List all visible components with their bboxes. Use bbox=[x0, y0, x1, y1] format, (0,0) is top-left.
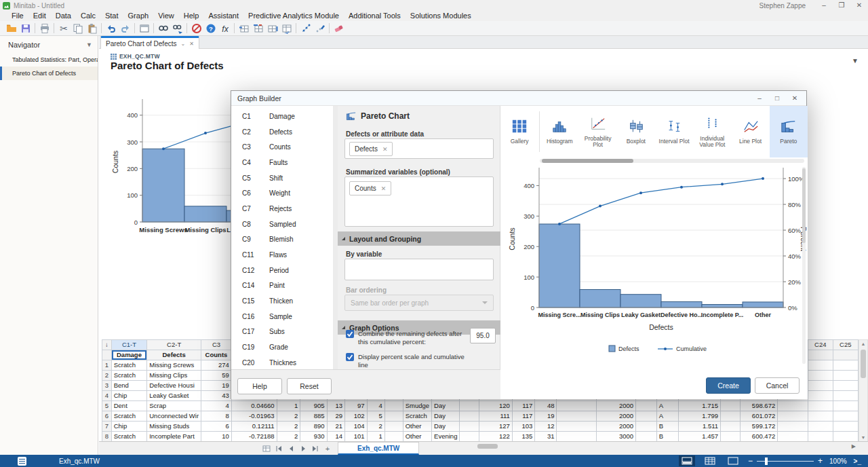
column-header-cell[interactable] bbox=[808, 350, 833, 360]
undo-icon[interactable] bbox=[104, 22, 118, 35]
add-sheet-icon[interactable]: + bbox=[321, 443, 334, 454]
table-cell[interactable]: Other bbox=[403, 432, 431, 442]
table-cell[interactable] bbox=[557, 401, 596, 411]
table-cell[interactable]: 2000 bbox=[596, 422, 635, 432]
table-cell[interactable]: Dent bbox=[111, 401, 147, 411]
table-cell[interactable] bbox=[557, 422, 596, 432]
column-item-c3[interactable]: C3Counts bbox=[231, 139, 333, 155]
table-cell[interactable]: 117 bbox=[512, 411, 534, 422]
open-icon[interactable] bbox=[4, 22, 18, 35]
table-cell[interactable]: -0.01963 bbox=[231, 411, 277, 422]
column-item-c2[interactable]: C2Defects bbox=[231, 124, 333, 140]
chip-remove-icon[interactable]: ✕ bbox=[381, 185, 387, 192]
insert-rows-icon[interactable] bbox=[251, 22, 265, 35]
table-cell[interactable]: 19 bbox=[201, 381, 232, 391]
zoom-out-icon[interactable]: − bbox=[748, 456, 753, 466]
column-header-cell[interactable]: Counts bbox=[201, 350, 232, 360]
column-item-c1[interactable]: C1Damage bbox=[231, 109, 333, 124]
table-cell[interactable]: 601.072 bbox=[740, 411, 777, 422]
close-button[interactable]: ✕ bbox=[850, 1, 868, 10]
gallery-item-pareto[interactable]: Pareto bbox=[770, 106, 808, 157]
table-cell[interactable] bbox=[384, 401, 403, 411]
table-cell[interactable] bbox=[833, 422, 858, 432]
column-header-cell[interactable]: C1-T bbox=[111, 340, 147, 350]
table-cell[interactable]: 1 bbox=[367, 432, 384, 442]
column-header-cell[interactable]: Damage bbox=[111, 350, 147, 360]
table-cell[interactable] bbox=[636, 432, 657, 442]
column-header-cell[interactable]: C25 bbox=[833, 340, 858, 350]
worksheet-vertical-scrollbar[interactable]: ▲ ▼ bbox=[859, 339, 868, 443]
table-cell[interactable] bbox=[460, 411, 479, 422]
brush-points-icon[interactable] bbox=[313, 22, 327, 35]
table-cell[interactable]: Smudge bbox=[403, 401, 431, 411]
stop-icon[interactable] bbox=[189, 22, 203, 35]
table-cell[interactable]: 4 bbox=[367, 401, 384, 411]
table-cell[interactable] bbox=[833, 381, 858, 391]
menu-solutions-modules[interactable]: Solutions Modules bbox=[406, 11, 476, 21]
table-cell[interactable]: 97 bbox=[345, 401, 367, 411]
table-cell[interactable]: 4 bbox=[201, 401, 232, 411]
row-number[interactable]: 7 bbox=[102, 422, 112, 432]
table-cell[interactable]: 1.799 bbox=[678, 411, 720, 422]
checkbox-checked-icon[interactable] bbox=[346, 330, 354, 338]
column-header-cell[interactable]: C2-T bbox=[147, 340, 201, 350]
column-item-c11[interactable]: C11Flaws bbox=[231, 247, 333, 263]
row-number[interactable]: 5 bbox=[102, 401, 112, 411]
column-item-c20[interactable]: C20Thicknes bbox=[231, 355, 333, 369]
next-sheet-icon[interactable] bbox=[297, 443, 309, 454]
gallery-item-histogram[interactable]: Histogram bbox=[540, 106, 578, 157]
preview-scrollbar[interactable] bbox=[802, 167, 806, 364]
table-cell[interactable]: 885 bbox=[300, 411, 327, 422]
row-number[interactable]: 3 bbox=[102, 381, 112, 391]
table-cell[interactable] bbox=[557, 411, 596, 422]
table-cell[interactable]: 1 bbox=[277, 401, 300, 411]
table-cell[interactable]: 101 bbox=[345, 432, 367, 442]
find-icon[interactable] bbox=[156, 22, 170, 35]
zoom-slider-thumb[interactable] bbox=[765, 457, 768, 465]
table-cell[interactable] bbox=[384, 432, 403, 442]
scroll-right-icon[interactable]: ▶ bbox=[852, 443, 856, 449]
last-sheet-icon[interactable] bbox=[309, 443, 321, 454]
table-cell[interactable]: Missing Screws bbox=[147, 360, 201, 371]
summarized-field[interactable]: Counts✕ bbox=[344, 176, 494, 227]
table-cell[interactable] bbox=[778, 401, 808, 411]
table-cell[interactable]: Evening bbox=[432, 432, 460, 442]
chip-remove-icon[interactable]: ✕ bbox=[382, 146, 388, 153]
section-layout-and-grouping[interactable]: Layout and Grouping bbox=[338, 231, 500, 246]
table-cell[interactable]: Bend bbox=[111, 381, 147, 391]
row-number[interactable]: 1 bbox=[102, 360, 112, 371]
zoom-slider[interactable]: − + bbox=[748, 456, 823, 466]
print-icon[interactable] bbox=[37, 22, 52, 35]
table-cell[interactable]: Scratch bbox=[111, 360, 147, 371]
column-item-c4[interactable]: C4Faults bbox=[231, 155, 333, 170]
scroll-up-icon[interactable]: ▲ bbox=[859, 340, 867, 348]
table-cell[interactable] bbox=[778, 411, 808, 422]
column-header-cell[interactable]: C24 bbox=[808, 340, 833, 350]
table-cell[interactable] bbox=[808, 391, 833, 401]
table-cell[interactable]: 0.04660 bbox=[231, 401, 277, 411]
worksheet-list-icon[interactable] bbox=[260, 443, 273, 454]
find-next-icon[interactable] bbox=[170, 22, 184, 35]
table-cell[interactable]: 21 bbox=[327, 422, 345, 432]
column-item-c14[interactable]: C14Paint bbox=[231, 278, 333, 294]
table-cell[interactable] bbox=[384, 422, 403, 432]
column-item-c5[interactable]: C5Shift bbox=[231, 170, 333, 186]
table-cell[interactable]: 2 bbox=[277, 411, 300, 422]
table-cell[interactable]: Scratch bbox=[111, 411, 147, 422]
table-cell[interactable]: 2000 bbox=[596, 411, 635, 422]
table-cell[interactable] bbox=[778, 422, 808, 432]
column-item-c8[interactable]: C8Sampled bbox=[231, 217, 333, 232]
gallery-item-gallery[interactable]: Gallery bbox=[500, 106, 538, 157]
worksheet-view-icon[interactable] bbox=[702, 455, 718, 466]
table-cell[interactable] bbox=[721, 411, 741, 422]
menu-data[interactable]: Data bbox=[51, 11, 76, 21]
table-cell[interactable]: Day bbox=[432, 401, 460, 411]
column-header-cell[interactable] bbox=[833, 350, 858, 360]
table-cell[interactable] bbox=[833, 371, 858, 381]
output-view-icon[interactable] bbox=[725, 455, 741, 466]
table-cell[interactable]: Scratch bbox=[111, 371, 147, 381]
menu-assistant[interactable]: Assistant bbox=[203, 11, 243, 21]
table-cell[interactable]: Scratch bbox=[403, 411, 431, 422]
table-cell[interactable] bbox=[808, 401, 833, 411]
table-cell[interactable]: A bbox=[656, 411, 678, 422]
